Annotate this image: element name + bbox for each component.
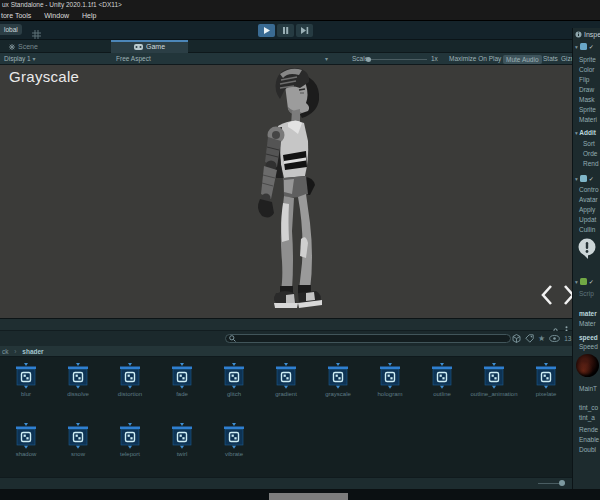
asset-shader-shadow[interactable]: shadow (0, 417, 52, 477)
field-script[interactable]: Scrip (579, 290, 594, 297)
field-mask[interactable]: Mask (579, 96, 595, 103)
enabled-checkbox[interactable]: ✓ (589, 175, 594, 182)
asset-shader-glitch[interactable]: glitch (208, 357, 260, 417)
script-icon (580, 278, 587, 285)
shader-file-icon (223, 363, 245, 389)
asset-shader-distortion[interactable]: distortion (104, 357, 156, 417)
shader-file-icon (327, 363, 349, 389)
tab-scene[interactable]: Scene (0, 40, 110, 53)
script-component-header[interactable]: ▾ ✓ (575, 278, 594, 285)
field-culling-mode[interactable]: Cullin (579, 226, 595, 233)
menu-item-help[interactable]: Help (82, 12, 96, 19)
foldout-icon: ▾ (575, 44, 578, 50)
field-apply-root[interactable]: Apply (579, 206, 595, 213)
field-material-value[interactable]: Mater (579, 320, 596, 327)
animator-icon (580, 175, 587, 182)
favorites-star-icon[interactable]: ★ (538, 334, 545, 343)
pause-icon (282, 27, 289, 34)
thumbnail-size-slider-knob[interactable] (559, 480, 565, 486)
asset-shader-pixelate[interactable]: pixelate (520, 357, 572, 417)
step-button[interactable] (296, 24, 313, 37)
field-speed-value[interactable]: Speed (579, 343, 598, 350)
shader-file-icon (119, 363, 141, 389)
field-main-texture[interactable]: MainT (579, 385, 597, 392)
field-avatar[interactable]: Avatar (579, 196, 598, 203)
tab-game-label: Game (146, 43, 165, 50)
field-tint-amount[interactable]: tint_a (579, 414, 595, 421)
project-search[interactable] (225, 334, 511, 343)
prev-shader-button[interactable] (538, 283, 556, 307)
asset-shader-gradient[interactable]: gradient (260, 357, 312, 417)
inspector-panel: Inspe ▾ ✓ Sprite Color Flip Draw Mask Sp… (572, 28, 600, 489)
asset-shader-vibrate[interactable]: vibrate (208, 417, 260, 477)
field-material[interactable]: Materi (579, 116, 597, 123)
shader-file-icon (431, 363, 453, 389)
field-render-queue[interactable]: Rende (579, 426, 598, 433)
shader-file-icon (15, 363, 37, 389)
display-dropdown[interactable]: Display 1 ▾ (4, 53, 36, 65)
field-color[interactable]: Color (579, 66, 595, 73)
play-icon (263, 27, 270, 34)
stats-toggle[interactable]: Stats (543, 53, 558, 65)
asset-grid: blur dissolve distortion fade glitch gra… (0, 357, 572, 477)
asset-shader-blur[interactable]: blur (0, 357, 52, 417)
field-order-in-layer[interactable]: Orde (583, 150, 597, 157)
mute-audio-toggle[interactable]: Mute Audio (503, 55, 542, 64)
field-rendering[interactable]: Rend (583, 160, 599, 167)
asset-shader-grayscale[interactable]: grayscale (312, 357, 364, 417)
project-search-input[interactable] (236, 335, 510, 342)
field-sorting-layer[interactable]: Sort (583, 140, 595, 147)
field-double-sided[interactable]: Doubl (579, 446, 596, 453)
field-controller[interactable]: Contro (579, 186, 599, 193)
pause-button[interactable] (277, 24, 294, 37)
shader-file-icon (223, 423, 245, 449)
shader-file-icon (67, 423, 89, 449)
animator-component-header[interactable]: ▾ ✓ (575, 175, 594, 182)
breadcrumb-current[interactable]: shader (22, 348, 43, 355)
material-preview-sphere[interactable] (576, 354, 599, 377)
play-button[interactable] (258, 24, 275, 37)
hidden-packages-eye-icon[interactable] (549, 335, 560, 342)
enabled-checkbox[interactable]: ✓ (589, 43, 594, 50)
section-additional-settings[interactable]: ▾ Addit (575, 129, 596, 136)
chevron-right-icon (560, 283, 572, 307)
search-by-label-icon[interactable] (525, 334, 534, 343)
menu-item-tools[interactable]: tore Tools (1, 12, 31, 19)
search-icon (229, 335, 236, 342)
sprite-renderer-component-header[interactable]: ▾ ✓ (575, 43, 594, 50)
field-tint-color[interactable]: tint_co (579, 404, 598, 411)
scale-slider-track[interactable] (365, 59, 427, 60)
field-sprite[interactable]: Sprite (579, 56, 596, 63)
play-controls (258, 24, 313, 37)
breadcrumb: ck › shader (0, 346, 572, 357)
aspect-dropdown[interactable]: Free Aspect (116, 53, 151, 65)
asset-shader-outline[interactable]: outline (416, 357, 468, 417)
field-update-mode[interactable]: Updat (579, 216, 596, 223)
gamepad-icon (134, 44, 143, 50)
search-by-type-icon[interactable] (512, 334, 521, 343)
asset-shader-fade[interactable]: fade (156, 357, 208, 417)
tab-game[interactable]: Game (111, 40, 188, 53)
field-enable-instancing[interactable]: Enable (579, 436, 599, 443)
asset-shader-teleport[interactable]: teleport (104, 417, 156, 477)
menu-item-window[interactable]: Window (44, 12, 69, 19)
aspect-chevron-icon[interactable]: ▾ (325, 53, 328, 65)
enabled-checkbox[interactable]: ✓ (589, 278, 594, 285)
asset-shader-dissolve[interactable]: dissolve (52, 357, 104, 417)
scale-slider-knob[interactable] (366, 57, 371, 62)
breadcrumb-parent[interactable]: ck (2, 348, 9, 355)
asset-shader-twirl[interactable]: twirl (156, 417, 208, 477)
sprite-renderer-icon (580, 43, 587, 50)
asset-shader-outline-animation[interactable]: outline_animation (468, 357, 520, 417)
project-panel-header (0, 318, 572, 331)
scale-value: 1x (431, 53, 438, 65)
next-shader-button[interactable] (560, 283, 572, 307)
field-flip[interactable]: Flip (579, 76, 589, 83)
asset-shader-snow[interactable]: snow (52, 417, 104, 477)
maximize-on-play-toggle[interactable]: Maximize On Play (449, 53, 501, 65)
global-pivot-button[interactable]: lobal (0, 24, 22, 35)
field-draw-mode[interactable]: Draw (579, 86, 594, 93)
field-sprite-sort[interactable]: Sprite (579, 106, 596, 113)
tab-inspector[interactable]: Inspe (575, 31, 600, 38)
asset-shader-hologram[interactable]: hologram (364, 357, 416, 417)
